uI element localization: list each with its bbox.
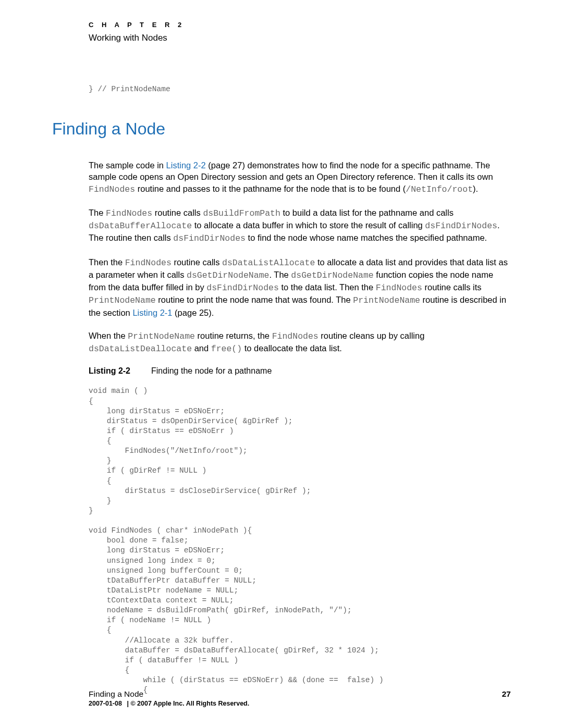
code-inline: free() — [211, 344, 242, 354]
code-inline: dsFindDirNodes — [173, 233, 246, 243]
text: routine calls its — [422, 282, 482, 292]
text: routine and passes to it the pathname fo… — [135, 184, 406, 193]
code-inline: dsGetDirNodeName — [187, 270, 269, 280]
text: The — [89, 208, 106, 217]
document-page: C H A P T E R 2 Working with Nodes } // … — [0, 0, 563, 728]
code-inline: dsBuildFromPath — [203, 208, 280, 218]
chapter-label: C H A P T E R 2 — [89, 21, 511, 29]
code-inline: PrintNodeName — [353, 295, 420, 305]
paragraph-4: When the PrintNodeName routine returns, … — [89, 330, 511, 355]
code-fragment-top: } // PrintNodeName — [89, 85, 511, 93]
paragraph-2: The FindNodes routine calls dsBuildFromP… — [89, 207, 511, 245]
code-inline: dsGetDirNodeName — [291, 270, 373, 280]
code-inline: dsDataBufferAllocate — [89, 221, 192, 231]
text: routine calls — [152, 208, 203, 217]
text: routine calls — [172, 257, 222, 267]
text: and — [192, 343, 211, 353]
paragraph-3: Then the FindNodes routine calls dsDataL… — [89, 256, 511, 318]
listing-header: Listing 2-2Finding the node for a pathna… — [89, 366, 511, 376]
code-inline: dsDataListDeallocate — [89, 344, 192, 354]
code-inline: dsFindDirNodes — [425, 221, 497, 231]
text: to find the node whose name matches the … — [246, 233, 487, 242]
footer-copyright: © 2007 Apple Inc. All Rights Reserved. — [130, 700, 249, 707]
code-inline: FindNodes — [125, 258, 172, 268]
text: ). — [473, 184, 478, 193]
text: Then the — [89, 257, 125, 267]
footer-section-title: Finding a Node — [89, 689, 143, 699]
text: routine cleans up by calling — [319, 331, 425, 340]
chapter-title: Working with Nodes — [89, 33, 511, 43]
code-inline: PrintNodeName — [89, 295, 156, 305]
listing-label: Listing 2-2 — [89, 366, 130, 375]
text: When the — [89, 331, 128, 340]
footer-date: 2007-01-08 — [89, 700, 122, 707]
text: . The — [269, 270, 291, 279]
text: to deallocate the data list. — [242, 343, 342, 353]
text: (page 25). — [173, 308, 214, 317]
text: routine returns, the — [195, 331, 272, 340]
code-block: void main ( ) { long dirStatus = eDSNoEr… — [89, 386, 511, 695]
text: The sample code in — [89, 161, 166, 170]
link-listing-2-1[interactable]: Listing 2-1 — [132, 308, 172, 317]
listing-caption: Finding the node for a pathname — [151, 366, 272, 375]
code-inline: FindNodes — [272, 331, 319, 341]
text: to build a data list for the pathname an… — [280, 208, 454, 217]
section-heading: Finding a Node — [52, 119, 511, 139]
link-listing-2-2[interactable]: Listing 2-2 — [166, 161, 206, 170]
page-footer: Finding a Node 27 2007-01-08 | © 2007 Ap… — [89, 689, 511, 707]
code-inline: FindNodes — [106, 208, 152, 218]
text: to allocate a data buffer in which to st… — [192, 220, 425, 230]
code-inline: FindNodes — [89, 184, 135, 194]
code-inline: /NetInfo/root — [406, 184, 473, 194]
paragraph-1: The sample code in Listing 2-2 (page 27)… — [89, 159, 511, 195]
code-inline: PrintNodeName — [128, 331, 195, 341]
text: to the data list. Then the — [279, 282, 376, 292]
code-inline: FindNodes — [376, 283, 422, 293]
text: routine to print the node name that was … — [156, 295, 353, 304]
page-number: 27 — [502, 689, 511, 699]
code-inline: dsFindDirNodes — [206, 283, 279, 293]
footer-sep: | — [127, 700, 129, 707]
code-inline: dsDataListAllocate — [222, 258, 315, 268]
